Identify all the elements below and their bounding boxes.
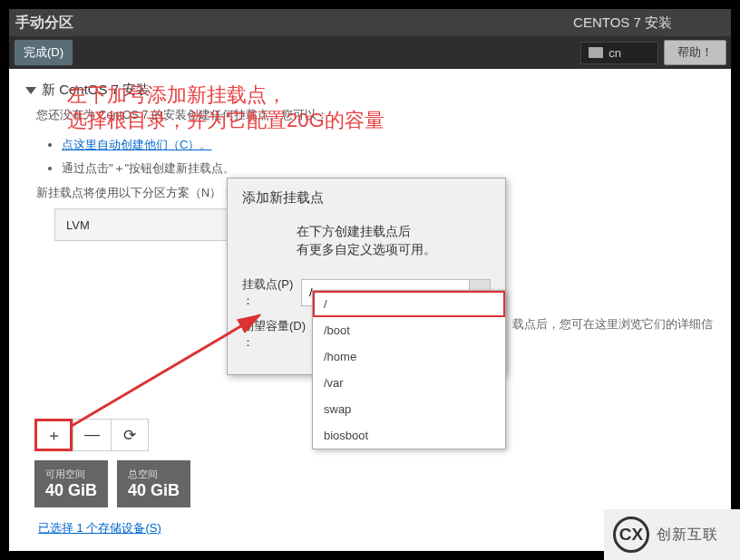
scheme-select[interactable]: LVM	[54, 208, 254, 241]
available-space-value: 40 GiB	[45, 481, 97, 500]
dropdown-option-biosboot[interactable]: biosboot	[313, 422, 505, 449]
installer-title: CENTOS 7 安装	[573, 14, 726, 32]
dropdown-option-var[interactable]: /var	[313, 370, 505, 396]
mount-dropdown-menu: / /boot /home /var swap biosboot	[312, 290, 506, 449]
help-button[interactable]: 帮助！	[664, 40, 726, 65]
annotation-text-2: 选择根目录，并为它配置20G的容量	[67, 107, 385, 134]
desired-capacity-label: 期望容量(D) ：	[242, 318, 315, 351]
add-mount-button[interactable]: ＋	[34, 419, 73, 451]
mount-toolbar: ＋ — ⟳	[34, 419, 149, 451]
dialog-desc: 在下方创建挂载点后 有更多自定义选项可用。	[297, 223, 491, 260]
scheme-value: LVM	[66, 218, 90, 232]
dropdown-option-root[interactable]: /	[313, 291, 505, 317]
total-space-label: 总空间	[128, 468, 180, 481]
dropdown-option-boot[interactable]: /boot	[313, 317, 505, 343]
available-space-label: 可用空间	[45, 468, 97, 481]
dialog-title: 添加新挂载点	[242, 189, 491, 207]
right-instruction: 载点后，您可在这里浏览它们的详细信	[512, 315, 713, 333]
list-item: 通过点击"＋"按钮创建新挂载点。	[62, 160, 329, 177]
watermark: CX 创新互联	[604, 509, 740, 560]
minus-icon: —	[84, 426, 100, 444]
keyboard-layout-label: cn	[609, 46, 621, 60]
dropdown-option-swap[interactable]: swap	[313, 396, 505, 422]
keyboard-icon	[589, 47, 603, 58]
dropdown-option-home[interactable]: /home	[313, 343, 505, 370]
watermark-icon: CX	[613, 517, 649, 553]
reload-button[interactable]: ⟳	[111, 419, 149, 451]
watermark-text: 创新互联	[657, 526, 718, 545]
remove-mount-button[interactable]: —	[73, 419, 111, 451]
total-space-box: 总空间 40 GiB	[117, 460, 190, 507]
keyboard-layout-selector[interactable]: cn	[580, 42, 658, 64]
storage-devices-link[interactable]: 已选择 1 个存储设备(S)	[38, 520, 161, 536]
available-space-box: 可用空间 40 GiB	[34, 460, 108, 507]
annotation-text-1: 左下加号添加新挂载点，	[67, 82, 287, 109]
second-bar: 完成(D) cn 帮助！	[9, 36, 731, 69]
done-button[interactable]: 完成(D)	[14, 39, 73, 66]
mount-point-label: 挂载点(P) ：	[242, 276, 294, 309]
plus-icon: ＋	[46, 425, 62, 446]
topbar: 手动分区 CENTOS 7 安装	[9, 9, 731, 36]
list-item: 点这里自动创建他们（C）。	[62, 131, 329, 153]
space-summary: 可用空间 40 GiB 总空间 40 GiB	[34, 460, 190, 507]
total-space-value: 40 GiB	[128, 481, 180, 500]
page-title: 手动分区	[14, 14, 73, 33]
auto-create-link[interactable]: 点这里自动创建他们（C）。	[62, 137, 211, 153]
reload-icon: ⟳	[123, 426, 136, 445]
chevron-down-icon	[25, 87, 36, 94]
